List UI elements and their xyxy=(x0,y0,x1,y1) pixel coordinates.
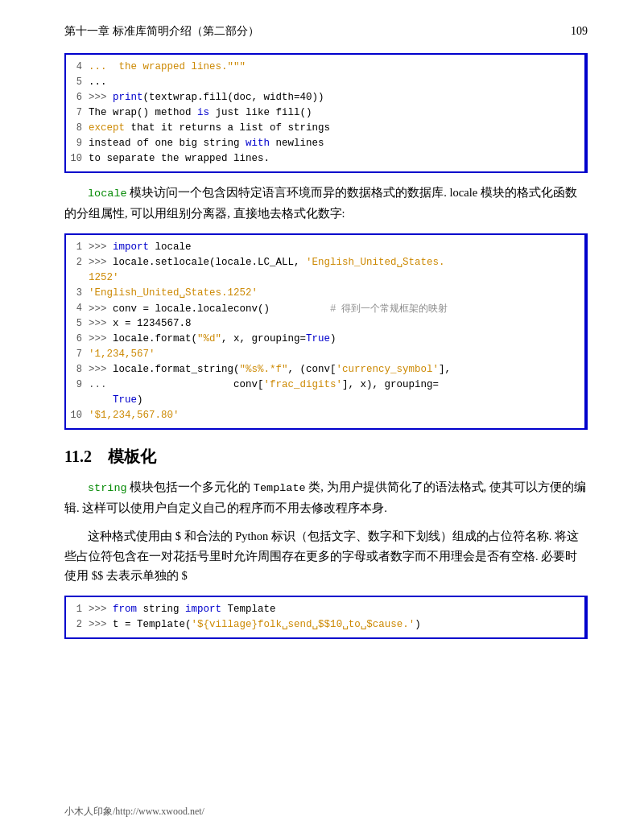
chapter-title: 第十一章 标准库简明介绍（第二部分） xyxy=(64,24,259,39)
line-number: 5 xyxy=(66,316,89,331)
code-line: 6 >>> print(textwrap.fill(doc, width=40)… xyxy=(66,90,584,105)
line-content: >>> locale.format_string("%s%.*f", (conv… xyxy=(89,362,584,377)
code-line: 4 ... the wrapped lines.""" xyxy=(66,60,584,75)
line-content: True) xyxy=(89,393,584,408)
code-block-2: 1 >>> import locale 2 >>> locale.setloca… xyxy=(64,233,588,431)
line-number: 1 xyxy=(66,602,89,617)
paragraph-1: locale 模块访问一个包含因特定语言环境而异的数据格式的数据库. local… xyxy=(64,183,588,224)
line-number: 8 xyxy=(66,121,89,135)
code-line: 7 The wrap() method is just like fill() xyxy=(66,105,584,121)
line-number: 10 xyxy=(66,151,89,166)
code-line: 1252' xyxy=(66,270,584,286)
footer-text: 小木人印象/http://www.xwood.net/ xyxy=(64,805,204,819)
line-number: 2 xyxy=(66,255,89,270)
page: 第十一章 标准库简明介绍（第二部分） 109 4 ... the wrapped… xyxy=(0,0,644,833)
code-line: 2 >>> locale.setlocale(locale.LC_ALL, 'E… xyxy=(66,255,584,270)
code-block-1: 4 ... the wrapped lines.""" 5 ... 6 >>> … xyxy=(64,53,588,173)
inline-code-locale: locale xyxy=(88,188,127,200)
code-line: 2 >>> t = Template('${village}folk␣send␣… xyxy=(66,617,584,633)
code-line: 9 ... conv['frac_digits'], x), grouping= xyxy=(66,377,584,393)
line-number: 1 xyxy=(66,240,89,254)
inline-code-string: string xyxy=(88,482,127,494)
code-line: 7 '1,234,567' xyxy=(66,347,584,362)
code-line: 3 'English_United␣States.1252' xyxy=(66,286,584,301)
code-line: 8 except that it returns a list of strin… xyxy=(66,121,584,136)
line-content: >>> x = 1234567.8 xyxy=(89,316,584,332)
code-line: True) xyxy=(66,393,584,408)
line-content: instead of one big string with newlines xyxy=(89,136,584,151)
line-content: ... conv['frac_digits'], x), grouping= xyxy=(89,377,584,393)
line-number: 9 xyxy=(66,377,89,392)
code-line: 10 to separate the wrapped lines. xyxy=(66,151,584,167)
code-line: 10 '$1,234,567.80' xyxy=(66,408,584,423)
code-line: 8 >>> locale.format_string("%s%.*f", (co… xyxy=(66,362,584,377)
line-content: >>> t = Template('${village}folk␣send␣$$… xyxy=(89,617,584,633)
section-title: 模板化 xyxy=(108,447,156,465)
line-number: 4 xyxy=(66,301,89,315)
code-line: 5 >>> x = 1234567.8 xyxy=(66,316,584,332)
paragraph-2: string 模块包括一个多元化的 Template 类, 为用户提供简化了的语… xyxy=(64,477,588,518)
line-number: 8 xyxy=(66,362,89,377)
line-content: ... the wrapped lines.""" xyxy=(89,60,584,75)
line-content: The wrap() method is just like fill() xyxy=(89,105,584,121)
page-number: 109 xyxy=(571,25,588,38)
line-content: >>> print(textwrap.fill(doc, width=40)) xyxy=(89,90,584,105)
section-number: 11.2 xyxy=(64,447,92,465)
line-number: 3 xyxy=(66,286,89,300)
code-line: 6 >>> locale.format("%d", x, grouping=Tr… xyxy=(66,332,584,347)
footer: 小木人印象/http://www.xwood.net/ xyxy=(0,805,644,819)
line-content: 'English_United␣States.1252' xyxy=(89,286,584,301)
line-number: 4 xyxy=(66,60,89,74)
section-heading: 11.2 模板化 xyxy=(64,446,588,468)
line-content: >>> locale.setlocale(locale.LC_ALL, 'Eng… xyxy=(89,255,584,270)
line-content: >>> locale.format("%d", x, grouping=True… xyxy=(89,332,584,347)
line-content: '1,234,567' xyxy=(89,347,584,362)
line-number: 5 xyxy=(66,75,89,89)
line-number: 7 xyxy=(66,105,89,120)
line-number: 6 xyxy=(66,90,89,105)
line-content: to separate the wrapped lines. xyxy=(89,151,584,167)
line-number: 6 xyxy=(66,332,89,346)
line-content: 1252' xyxy=(89,270,584,286)
line-number: 2 xyxy=(66,617,89,632)
line-number: 9 xyxy=(66,136,89,151)
code-block-3: 1 >>> from string import Template 2 >>> … xyxy=(64,596,588,639)
line-content: >>> conv = locale.localeconv() # 得到一个常规框… xyxy=(89,301,584,317)
code-line: 5 ... xyxy=(66,75,584,90)
code-line: 9 instead of one big string with newline… xyxy=(66,136,584,151)
code-line: 1 >>> import locale xyxy=(66,240,584,255)
line-content: except that it returns a list of strings xyxy=(89,121,584,136)
line-number: 7 xyxy=(66,347,89,361)
line-number: 10 xyxy=(66,408,89,423)
line-content: '$1,234,567.80' xyxy=(89,408,584,423)
paragraph-3: 这种格式使用由 $ 和合法的 Python 标识（包括文字、数字和下划线）组成的… xyxy=(64,526,588,586)
line-content: ... xyxy=(89,75,584,90)
page-header: 第十一章 标准库简明介绍（第二部分） 109 xyxy=(64,24,588,39)
line-content: >>> from string import Template xyxy=(89,602,584,617)
code-line: 4 >>> conv = locale.localeconv() # 得到一个常… xyxy=(66,301,584,317)
code-line: 1 >>> from string import Template xyxy=(66,602,584,617)
line-content: >>> import locale xyxy=(89,240,584,255)
